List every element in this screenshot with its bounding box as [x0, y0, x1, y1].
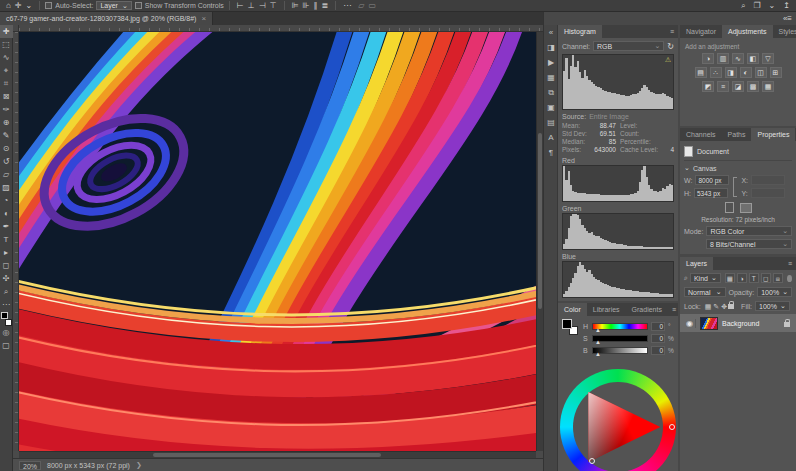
- healing-brush-tool[interactable]: ⊕: [0, 116, 13, 129]
- tab-paths[interactable]: Paths: [722, 128, 752, 141]
- levels-adjustment-icon[interactable]: ▥: [717, 53, 729, 64]
- lock-position-icon[interactable]: ✥: [720, 303, 728, 310]
- tab-properties[interactable]: Properties: [751, 128, 795, 141]
- channel-dropdown[interactable]: RGB ⌄: [593, 41, 664, 51]
- hue-ring-selector[interactable]: [669, 424, 675, 430]
- distribute-horizontal-icon[interactable]: ⊪: [301, 0, 312, 11]
- tool-preset-chevron-icon[interactable]: ⌄: [24, 0, 35, 11]
- frame-tool[interactable]: ⊠: [0, 90, 13, 103]
- foreground-color-swatch[interactable]: [1, 312, 8, 319]
- path-selection-tool[interactable]: ▸: [0, 246, 13, 259]
- edit-toolbar-icon[interactable]: ⋯: [0, 298, 13, 311]
- notes-panel-icon[interactable]: ▤: [544, 115, 558, 130]
- horizontal-scrollbar-thumb[interactable]: [153, 453, 380, 457]
- zoom-tool[interactable]: ⌕: [0, 285, 13, 298]
- gradient-tool[interactable]: ▨: [0, 181, 13, 194]
- blend-mode-dropdown[interactable]: Normal ⌄: [684, 287, 726, 297]
- tab-libraries[interactable]: Libraries: [587, 303, 626, 316]
- selective-color-adjustment-icon[interactable]: ▦: [762, 81, 774, 92]
- collapse-panels-icon[interactable]: «: [544, 25, 558, 40]
- link-dimensions-icon[interactable]: [733, 177, 737, 197]
- auto-select-target-dropdown[interactable]: Layer ⌄: [96, 1, 131, 10]
- status-arrow-icon[interactable]: ❯: [136, 461, 142, 469]
- history-brush-tool[interactable]: ↺: [0, 155, 13, 168]
- saturation-slider[interactable]: ▲: [592, 335, 648, 342]
- pen-tool[interactable]: ✒: [0, 220, 13, 233]
- more-options-icon[interactable]: ⋯: [341, 0, 353, 11]
- align-top-edges-icon[interactable]: ⊤: [268, 0, 279, 11]
- character-panel-icon[interactable]: A: [544, 130, 558, 145]
- layer-name[interactable]: Background: [722, 320, 780, 327]
- invert-adjustment-icon[interactable]: ◩: [702, 81, 714, 92]
- search-icon[interactable]: ⌕: [739, 0, 747, 11]
- close-icon[interactable]: ×: [201, 14, 206, 23]
- blur-tool[interactable]: ◔: [0, 194, 13, 207]
- hue-slider[interactable]: ▲: [592, 323, 648, 330]
- align-canvas-icon[interactable]: ▱: [356, 0, 366, 11]
- panel-menu-icon[interactable]: ≡: [668, 303, 680, 316]
- uncached-refresh-icon[interactable]: ↻: [667, 42, 674, 51]
- document-tab[interactable]: c67-79 gamer-and-creator-1280307384.jpg …: [0, 12, 213, 25]
- black-white-adjustment-icon[interactable]: ◨: [725, 67, 737, 78]
- tab-layers[interactable]: Layers: [680, 257, 713, 270]
- align-selection-icon[interactable]: ▭: [366, 0, 378, 11]
- workspace-switcher-icon[interactable]: ❐: [751, 0, 762, 11]
- tab-histogram[interactable]: Histogram: [558, 25, 602, 38]
- exposure-adjustment-icon[interactable]: ◧: [747, 53, 759, 64]
- distribute-evenly-icon[interactable]: ≣: [320, 0, 331, 11]
- opacity-field[interactable]: 100% ⌄: [757, 287, 792, 297]
- vertical-scrollbar-thumb[interactable]: [538, 133, 542, 309]
- landscape-orientation-icon[interactable]: [740, 203, 752, 213]
- filter-shape-layers-icon[interactable]: ◻: [761, 273, 771, 283]
- align-right-edges-icon[interactable]: ⊣: [257, 0, 268, 11]
- hue-saturation-adjustment-icon[interactable]: ▤: [695, 67, 707, 78]
- layer-visibility-eye-icon[interactable]: ◉: [684, 319, 696, 328]
- clone-source-panel-icon[interactable]: ⧉: [544, 85, 558, 100]
- photo-filter-adjustment-icon[interactable]: ◐: [740, 67, 752, 78]
- color-wheel[interactable]: [560, 369, 676, 471]
- color-lookup-adjustment-icon[interactable]: ⊞: [770, 67, 782, 78]
- panel-menu-icon[interactable]: ≡: [784, 257, 796, 270]
- layer-thumbnail[interactable]: [700, 317, 718, 330]
- gradient-map-adjustment-icon[interactable]: ▩: [747, 81, 759, 92]
- hue-value[interactable]: 0: [651, 322, 665, 331]
- curves-adjustment-icon[interactable]: ∿: [732, 53, 744, 64]
- posterize-adjustment-icon[interactable]: ≡: [717, 81, 729, 92]
- vibrance-adjustment-icon[interactable]: ▽: [762, 53, 774, 64]
- chevron-down-icon[interactable]: ⌄: [767, 0, 778, 11]
- tab-styles[interactable]: Styles: [773, 25, 796, 38]
- zoom-level-field[interactable]: 20%: [19, 461, 41, 470]
- threshold-adjustment-icon[interactable]: ◪: [732, 81, 744, 92]
- move-tool[interactable]: ✛: [0, 25, 13, 38]
- dock-menu-icon[interactable]: ≡: [787, 14, 792, 23]
- layer-row-background[interactable]: ◉ Background: [680, 314, 796, 332]
- auto-select-checkbox[interactable]: [45, 2, 52, 9]
- filter-kind-dropdown[interactable]: Kind ⌄: [690, 273, 721, 283]
- eyedropper-tool[interactable]: ✑: [0, 103, 13, 116]
- shape-tool[interactable]: ◻: [0, 259, 13, 272]
- type-tool[interactable]: T: [0, 233, 13, 246]
- paragraph-panel-icon[interactable]: ¶: [544, 145, 558, 160]
- height-field[interactable]: 5343 px: [694, 188, 728, 198]
- section-chevron-icon[interactable]: ⌄: [684, 164, 690, 172]
- triangle-selector[interactable]: [589, 458, 595, 464]
- panel-menu-icon[interactable]: ≡: [666, 25, 678, 38]
- bit-depth-dropdown[interactable]: 8 Bits/Channel ⌄: [706, 239, 792, 249]
- vertical-scrollbar[interactable]: [536, 32, 543, 451]
- move-tool-options-icon[interactable]: ✛: [13, 0, 24, 11]
- filter-adjustment-layers-icon[interactable]: ◑: [737, 273, 747, 283]
- channel-mixer-adjustment-icon[interactable]: ◫: [755, 67, 767, 78]
- document-canvas[interactable]: [19, 32, 536, 451]
- foreground-color-swatch[interactable]: [562, 319, 572, 329]
- quick-mask-icon[interactable]: ◎: [0, 326, 13, 339]
- eraser-tool[interactable]: ▱: [0, 168, 13, 181]
- color-swatches[interactable]: [0, 312, 13, 326]
- share-icon[interactable]: ↥: [781, 0, 792, 11]
- saturation-value[interactable]: 0: [651, 334, 665, 343]
- filter-pixel-layers-icon[interactable]: ▦: [725, 273, 735, 283]
- filter-type-layers-icon[interactable]: T: [749, 273, 759, 283]
- horizontal-scrollbar[interactable]: [19, 451, 536, 458]
- object-selection-tool[interactable]: ⌖: [0, 64, 13, 77]
- cached-data-warning-icon[interactable]: ⚠: [665, 56, 671, 63]
- width-field[interactable]: 8000 px: [695, 175, 729, 185]
